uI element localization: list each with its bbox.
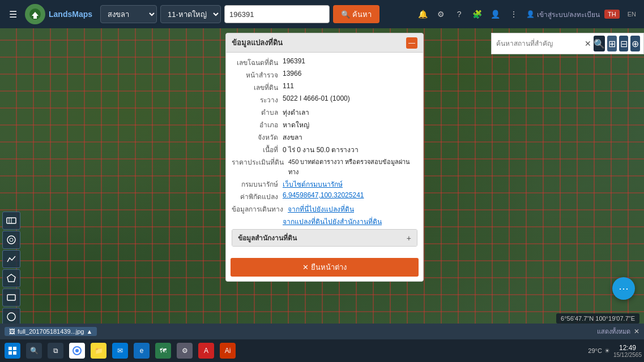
label-survey: หน้าสำรวจ [232,70,283,80]
svg-point-6 [10,238,13,242]
topbar-icon-group: 🔔 ⚙ ? 🧩 👤 ⋮ [415,6,522,22]
parcel-id-input[interactable] [224,5,330,23]
measure-tool[interactable] [2,231,20,249]
label-tambon: ตำบล [232,107,283,118]
file-icon: 🖼 [9,328,15,335]
value-land-no: 111 [283,82,294,90]
maps-icon: 🗺 [155,343,171,359]
info-row-dol-link: กรมบนารักษ์ เว็บไซต์กรมบนารักษ์ [232,179,417,189]
left-toolbar [0,209,23,328]
value-province: สงขลา [283,132,302,143]
adobe-button[interactable]: Ai [217,341,238,361]
search-place-input[interactable] [495,38,582,49]
info-panel-body: เลขโฉนดที่ดิน 196391 หน้าสำรวจ 13966 เลข… [226,53,423,253]
more-button[interactable]: ⋯ [612,277,635,300]
task-view-button[interactable]: ⧉ [45,341,66,361]
layer-button[interactable]: ⊟ [619,36,629,51]
coords-value[interactable]: 6.94598647,100.32025241 [283,191,364,199]
draw-line-tool[interactable] [2,250,20,268]
polygon-tool[interactable] [2,269,20,287]
nav-link2[interactable]: จากแปลงที่ดินไปยังสำนักงานที่ดิน [283,216,382,227]
settings-icon[interactable]: ⚙ [433,6,449,22]
edge-icon: e [134,343,150,359]
mail-button[interactable]: ✉ [110,341,130,361]
lang-th-button[interactable]: TH [604,10,620,19]
logo [25,4,45,24]
info-row-province: จังหวัด สงขลา [232,132,417,143]
map-zoom-tool[interactable] [2,212,20,230]
file-bar-item[interactable]: 🖼 full_201705181439...jpg ▲ [5,327,97,336]
chrome-icon [69,343,85,359]
login-text[interactable]: 👤 เข้าสู่ระบบ/ลงทะเบียน [526,9,600,20]
dol-link[interactable]: เว็บไซต์กรมบนารักษ์ [283,179,343,189]
grid-view-button[interactable]: ⊞ [607,36,617,51]
info-panel-close-button[interactable]: — [406,37,417,49]
label-range: ระวาง [232,94,283,105]
lang-en-button[interactable]: EN [624,10,639,19]
svg-rect-11 [13,347,16,350]
search-place-button[interactable]: 🔍 [594,36,605,51]
notification-icon[interactable]: 🔔 [415,6,431,22]
search-taskbar-button[interactable]: 🔍 [24,341,44,361]
show-all-button[interactable]: แสดงทั้งหมด [597,326,630,337]
search-button[interactable]: 🔍 ค้นหา [333,5,379,23]
label-coords: ค่าพิกัดแปลง [232,191,283,202]
file-bar-close-button[interactable]: ✕ [634,327,639,335]
time-display: 12:49 [613,344,642,352]
person-icon: 👤 [526,10,535,18]
explorer-icon: 📁 [91,343,106,359]
value-range: 5022 I 4666-01 (1000) [283,94,350,102]
extension-icon[interactable]: 🧩 [470,6,485,22]
settings-taskbar-icon: ⚙ [177,343,193,359]
office-subpanel-header[interactable]: ข้อมูลสำนักงานที่ดิน + [232,230,417,246]
date-display: 15/12/2565 [613,352,642,358]
district-select[interactable]: 11-หาดใหญ่ [160,5,221,23]
svg-point-15 [75,349,79,352]
info-row-nav1: ข้อมูลการเดินทาง จากที่นี่ไปยังแปลงที่ดิ… [232,204,417,214]
start-button[interactable] [2,341,23,361]
login-label: เข้าสู่ระบบ/ลงทะเบียน [537,9,600,20]
menu-icon: ☰ [9,9,17,20]
profile-icon[interactable]: 👤 [488,6,504,22]
maps-button[interactable]: 🗺 [153,341,173,361]
label-area: เนื้อที่ [232,144,283,155]
value-survey: 13966 [283,70,301,77]
label-province: จังหวัด [232,132,283,143]
file-chevron-icon: ▲ [86,328,92,335]
extra-button[interactable]: ⊕ [630,36,640,51]
label-land-no: เลขที่ดิน [232,82,283,93]
nav-link1[interactable]: จากที่นี่ไปยังแปลงที่ดิน [288,204,354,214]
file-name: full_201705181439...jpg [18,328,84,335]
acrobat-button[interactable]: A [196,341,216,361]
label-amphoe: อำเภอ [232,119,283,130]
rectangle-tool[interactable] [2,288,20,307]
value-tambon: ทุ่งตำเลา [283,107,309,118]
menu-button[interactable]: ☰ [5,6,22,23]
province-select[interactable]: สงขลา [100,5,157,23]
svg-rect-12 [8,351,12,355]
info-row-tambon: ตำบล ทุ่งตำเลา [232,107,417,118]
chrome-button[interactable] [67,341,87,361]
value-area: 0 ไร่ 0 งาน 50.0 ตารางวา [283,144,359,155]
settings-taskbar-button[interactable]: ⚙ [174,341,195,361]
coord-bar: 6°56'47.7"N 100°19'07.7"E [556,313,639,324]
info-row-range: ระวาง 5022 I 4666-01 (1000) [232,94,417,105]
file-bar: 🖼 full_201705181439...jpg ▲ แสดงทั้งหมด … [0,324,644,339]
svg-rect-13 [13,351,16,355]
info-row-nav2: จากแปลงที่ดินไปยังสำนักงานที่ดิน [232,216,417,227]
coord-value: 6°56'47.7"N 100°19'07.7"E [561,315,635,322]
info-panel-header: ข้อมูลแปลงที่ดิน — [226,33,423,53]
info-row-survey: หน้าสำรวจ 13966 [232,70,417,80]
mail-icon: ✉ [112,343,128,359]
help-icon[interactable]: ? [451,6,467,22]
more-options-icon[interactable]: ⋮ [506,6,522,22]
temp-info: 29°C [588,347,602,355]
weather-icon: ☀ [604,347,610,355]
edge-button[interactable]: e [131,341,152,361]
search-clear-button[interactable]: ✕ [585,39,591,48]
svg-rect-8 [7,295,15,300]
close-window-button[interactable]: ✕ ยืนหน้าต่าง [231,258,419,277]
explorer-button[interactable]: 📁 [88,341,109,361]
brand-name: LandsMaps [49,10,92,19]
info-row-amphoe: อำเภอ หาดใหญ่ [232,119,417,130]
